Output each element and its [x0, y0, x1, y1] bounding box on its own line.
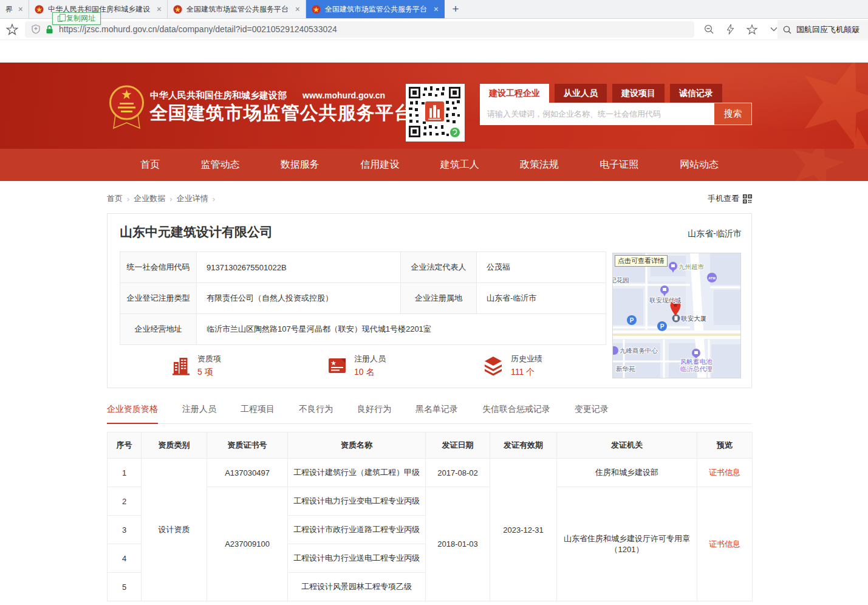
col-header-authority: 发证机关 — [557, 432, 697, 459]
nav-item-data-service[interactable]: 数据服务 — [281, 159, 320, 171]
header-search-tabs: 建设工程企业 从业人员 建设项目 诚信记录 — [480, 84, 722, 103]
breadcrumb: 首页 › 企业数据 › 企业详情 › 手机查看 — [107, 193, 752, 205]
tab-dishonesty[interactable]: 失信联合惩戒记录 — [482, 404, 550, 423]
company-stats: 资质项 5 项 注册人员 10 名 — [120, 354, 638, 378]
legal-rep-value: 公茂福 — [477, 252, 606, 283]
map-pin-tower — [672, 315, 680, 323]
tab-change-records[interactable]: 变更记录 — [575, 404, 609, 423]
personnel-card-icon — [327, 357, 347, 375]
reg-type-value: 有限责任公司（自然人投资或控股） — [197, 283, 401, 314]
search-button[interactable]: 搜索 — [714, 103, 752, 125]
browser-tab-partial[interactable]: 界 × — [0, 0, 29, 18]
zoom-out-icon[interactable] — [704, 24, 714, 35]
tab-projects[interactable]: 工程项目 — [241, 404, 275, 423]
map-pin-atm: ATM — [707, 273, 717, 282]
credit-code-value: 91371302675501022B — [197, 252, 401, 283]
close-icon[interactable]: × — [157, 5, 162, 13]
stat-value[interactable]: 111 个 — [511, 367, 542, 378]
breadcrumb-separator: › — [213, 194, 215, 203]
mobile-view-link[interactable]: 手机查看 — [708, 193, 752, 204]
breadcrumb-home[interactable]: 首页 — [107, 193, 123, 204]
tab-registered-personnel[interactable]: 注册人员 — [182, 404, 216, 423]
address-bar[interactable]: https://jzsc.mohurd.gov.cn/data/company/… — [25, 21, 694, 38]
col-header-category: 资质类别 — [142, 432, 207, 459]
table-header-row: 序号 资质类别 资质证书号 资质名称 发证日期 发证有效期 发证机关 预览 — [108, 432, 753, 459]
svg-text:ATM: ATM — [708, 276, 716, 280]
certificate-info-link[interactable]: 证书信息 — [709, 539, 740, 549]
search-input[interactable] — [480, 103, 714, 125]
nav-item-credit[interactable]: 信用建设 — [360, 159, 399, 171]
map-label-supermarket: 九州超市 — [678, 263, 705, 270]
col-header-preview: 预览 — [697, 432, 753, 459]
urlbar-actions — [704, 24, 777, 35]
map-label-tower: 联安大厦 — [681, 315, 707, 322]
quick-search-box[interactable]: 国航回应飞机颠簸 — [777, 20, 868, 39]
flash-icon[interactable] — [727, 24, 734, 35]
browser-tab-active[interactable]: 全国建筑市场监管公共服务平台 × — [306, 0, 445, 18]
company-region: 山东省-临沂市 — [688, 228, 742, 239]
nav-item-home[interactable]: 首页 — [140, 159, 160, 171]
new-tab-button[interactable]: + — [445, 0, 466, 18]
close-icon[interactable]: × — [18, 5, 23, 13]
info-label: 统一社会信用代码 — [120, 252, 197, 283]
nav-item-supervision[interactable]: 监管动态 — [200, 159, 239, 171]
tab-blacklist[interactable]: 黑名单记录 — [415, 404, 458, 423]
search-tab-enterprise[interactable]: 建设工程企业 — [480, 84, 549, 103]
cell-qual-name: 工程设计风景园林工程专项乙级 — [288, 573, 426, 601]
company-card: 山东中元建筑设计有限公司 山东省-临沂市 统一社会信用代码 9137130267… — [107, 213, 752, 388]
breadcrumb-separator: › — [169, 194, 172, 203]
breadcrumb-separator: › — [127, 194, 129, 203]
shield-icon[interactable] — [32, 24, 40, 34]
cell-no: 3 — [108, 516, 142, 544]
tab-good-behavior[interactable]: 良好行为 — [357, 404, 391, 423]
info-label: 企业经营地址 — [120, 314, 197, 345]
map-label-business-center: 九峰商务中心 — [620, 347, 658, 354]
national-emblem-icon — [312, 5, 321, 14]
decor-star-icon — [783, 149, 850, 181]
search-tab-personnel[interactable]: 从业人员 — [555, 84, 607, 103]
tab-bad-behavior[interactable]: 不良行为 — [299, 404, 333, 423]
browser-window: 界 × 中华人民共和国住房和城乡建设 × 全国建筑市场监管公共服务平台 × — [0, 0, 868, 605]
cell-category: 设计资质 — [142, 459, 207, 601]
search-tab-project[interactable]: 建设项目 — [612, 84, 665, 103]
col-header-no: 序号 — [108, 432, 142, 459]
star-icon[interactable] — [747, 24, 757, 35]
cell-issue-date: 2017-08-02 — [426, 459, 490, 487]
nav-item-site-news[interactable]: 网站动态 — [680, 159, 719, 171]
nav-item-workers[interactable]: 建筑工人 — [440, 159, 479, 171]
cell-issue-date: 2018-01-03 — [426, 487, 490, 601]
cell-qual-name: 工程设计市政行业道路工程专业丙级 — [288, 516, 426, 544]
bookmark-star-icon[interactable] — [6, 24, 18, 35]
chevron-down-icon[interactable] — [770, 27, 777, 32]
performance-layers-icon — [483, 356, 504, 376]
mobile-view-label: 手机查看 — [708, 193, 739, 204]
copy-url-tooltip[interactable]: 复制网址 — [52, 12, 101, 25]
header-search-field — [480, 103, 714, 125]
certificate-info-link[interactable]: 证书信息 — [709, 468, 740, 477]
tab-title: 界 — [5, 4, 14, 15]
national-emblem-icon — [173, 5, 182, 14]
cell-cert-no: A237009100 — [207, 487, 288, 601]
browser-tabstrip: 界 × 中华人民共和国住房和城乡建设 × 全国建筑市场监管公共服务平台 × — [0, 0, 868, 19]
search-tab-credit[interactable]: 诚信记录 — [670, 84, 722, 103]
nav-item-policy[interactable]: 政策法规 — [520, 159, 559, 171]
map-tooltip: 点击可查看详情 — [615, 255, 668, 267]
info-label: 企业注册属地 — [401, 283, 477, 314]
tab-qualifications[interactable]: 企业资质资格 — [107, 404, 158, 424]
close-icon[interactable]: × — [434, 5, 439, 13]
breadcrumb-company-data[interactable]: 企业数据 — [134, 193, 165, 204]
browser-tab-jzsc[interactable]: 全国建筑市场监管公共服务平台 × — [168, 0, 306, 18]
cell-no: 4 — [108, 544, 142, 573]
map-label-xinhua: 新华苑 — [616, 365, 635, 372]
stat-value[interactable]: 5 项 — [197, 367, 221, 378]
cell-qual-name: 工程设计电力行业送电工程专业丙级 — [288, 544, 426, 573]
stat-qualifications: 资质项 5 项 — [172, 354, 327, 378]
company-location-map[interactable]: 点击可查看详情 — [612, 253, 741, 378]
cell-qual-name: 工程设计建筑行业（建筑工程）甲级 — [288, 459, 426, 487]
close-icon[interactable]: × — [295, 5, 300, 13]
reg-place-value: 山东省-临沂市 — [477, 283, 606, 314]
national-emblem-icon — [109, 84, 144, 131]
stat-value[interactable]: 10 名 — [354, 367, 386, 378]
nav-item-e-license[interactable]: 电子证照 — [600, 159, 639, 171]
breadcrumb-company-detail[interactable]: 企业详情 — [177, 193, 208, 204]
